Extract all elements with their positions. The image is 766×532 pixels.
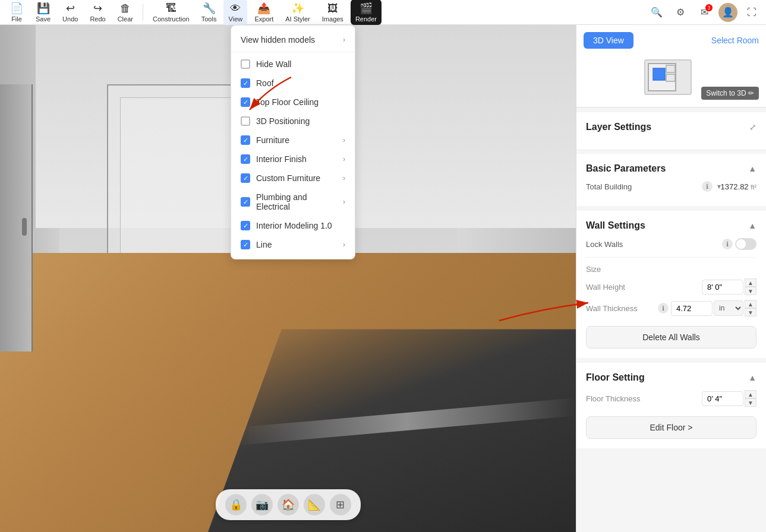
3d-view-tab[interactable]: 3D View xyxy=(584,32,633,49)
settings-icon-btn[interactable]: ⚙ xyxy=(671,3,690,22)
wall-height-down-btn[interactable]: ▼ xyxy=(745,287,756,295)
wall-thickness-unit-select[interactable]: in cm mm xyxy=(714,300,743,316)
view-hidden-models-item[interactable]: View hidden models › xyxy=(231,30,355,49)
svg-rect-2 xyxy=(666,65,675,72)
file-icon: 📄 xyxy=(10,2,23,15)
toolbar-undo-btn[interactable]: ↩ Undo xyxy=(58,0,83,25)
toolbar-save-btn[interactable]: 💾 Save xyxy=(31,0,55,25)
view-tabs: 3D View Select Room xyxy=(584,32,759,49)
plumbing-electrical-checkbox[interactable] xyxy=(241,197,250,207)
plumbing-electrical-label: Plumbing and Electrical xyxy=(256,192,343,211)
panel-top-section: 3D View Select Room Switch to 3D ✏ xyxy=(576,25,766,107)
hide-wall-label: Hide Wall xyxy=(256,59,345,69)
wall-height-up-btn[interactable]: ▲ xyxy=(745,278,756,287)
toolbar-construction-btn[interactable]: 🏗 Construction xyxy=(148,0,194,25)
menu-furniture[interactable]: Furniture › xyxy=(231,131,355,150)
ai-styler-icon: ✨ xyxy=(291,2,304,15)
3d-positioning-checkbox[interactable] xyxy=(241,116,250,126)
roof-checkbox[interactable] xyxy=(241,78,250,88)
grid-btn[interactable]: ⊞ xyxy=(330,494,351,515)
lock-walls-info-icon[interactable]: ℹ xyxy=(722,239,733,249)
toolbar-file-btn[interactable]: 📄 File xyxy=(5,0,29,25)
wall-thickness-input[interactable]: 4.72 xyxy=(671,301,713,316)
delete-all-walls-button[interactable]: Delete All Walls xyxy=(586,326,756,349)
clear-icon: 🗑 xyxy=(120,2,131,15)
select-room-button[interactable]: Select Room xyxy=(711,36,759,45)
toolbar-render-btn[interactable]: 🎬 Render xyxy=(351,0,382,25)
notification-icon-btn[interactable]: ✉ 3 xyxy=(695,3,714,22)
interior-finish-arrow-icon: › xyxy=(343,155,345,163)
wall-thickness-row: Wall Thickness ℹ 4.72 in cm mm ▲ ▼ xyxy=(586,300,756,316)
notification-badge: 3 xyxy=(705,4,713,11)
view-icon: 👁 xyxy=(230,2,241,15)
lock-walls-toggle[interactable] xyxy=(735,238,756,250)
separator-1 xyxy=(143,4,143,21)
menu-plumbing-electrical[interactable]: Plumbing and Electrical › xyxy=(231,188,355,216)
wall-thickness-up-btn[interactable]: ▲ xyxy=(745,300,756,308)
interior-finish-checkbox[interactable] xyxy=(241,154,250,164)
search-icon-btn[interactable]: 🔍 xyxy=(647,3,666,22)
toolbar-ai-styler-btn[interactable]: ✨ AI Styler xyxy=(280,0,315,25)
edit-floor-button[interactable]: Edit Floor > xyxy=(586,416,756,439)
fullscreen-icon-btn[interactable]: ⛶ xyxy=(742,3,761,22)
plumbing-electrical-arrow-icon: › xyxy=(343,198,345,206)
menu-3d-positioning[interactable]: 3D Positioning xyxy=(231,112,355,131)
wall-thickness-input-group: 4.72 in cm mm ▲ ▼ xyxy=(671,300,756,316)
home-btn[interactable]: 🏠 xyxy=(278,494,299,515)
tools-icon: 🔧 xyxy=(203,2,216,15)
menu-roof[interactable]: Roof xyxy=(231,74,355,93)
toolbar-construction-label: Construction xyxy=(153,15,190,23)
toolbar-export-btn[interactable]: 📤 Export xyxy=(250,0,278,25)
size-label: Size xyxy=(586,265,756,274)
floor-thickness-input-group: 0' 4" ▲ ▼ xyxy=(702,390,756,407)
wall-height-input[interactable]: 8' 0" xyxy=(702,280,743,294)
total-building-value: 1372.82 ft² xyxy=(721,182,756,191)
toolbar-right-section: 🔍 ⚙ ✉ 3 👤 ⛶ xyxy=(647,3,761,22)
floor-plan-thumbnail[interactable] xyxy=(644,59,692,95)
menu-interior-modeling[interactable]: Interior Modeling 1.0 xyxy=(231,216,355,235)
switch-to-3d-button[interactable]: Switch to 3D ✏ xyxy=(701,87,759,100)
top-floor-ceiling-checkbox[interactable] xyxy=(241,97,250,107)
menu-hide-wall[interactable]: Hide Wall xyxy=(231,55,355,74)
camera-btn[interactable]: 📷 xyxy=(251,494,273,515)
line-arrow-icon: › xyxy=(343,240,345,249)
toolbar-tools-btn[interactable]: 🔧 Tools xyxy=(197,0,222,25)
menu-line[interactable]: Line › xyxy=(231,235,355,254)
avatar[interactable]: 👤 xyxy=(718,3,737,22)
floor-thickness-input[interactable]: 0' 4" xyxy=(702,391,743,406)
toolbar-images-btn[interactable]: 🖼 Images xyxy=(317,0,348,25)
3d-positioning-label: 3D Positioning xyxy=(256,116,345,126)
ruler-btn[interactable]: 📐 xyxy=(304,494,325,515)
svg-rect-3 xyxy=(666,74,675,81)
floor-thickness-stepper: ▲ ▼ xyxy=(745,390,756,407)
basic-params-collapse-icon[interactable]: ▲ xyxy=(748,164,756,173)
wall-height-label: Wall Height xyxy=(586,283,702,292)
hide-wall-checkbox[interactable] xyxy=(241,59,250,69)
floor-thickness-down-btn[interactable]: ▼ xyxy=(745,398,756,407)
save-icon: 💾 xyxy=(37,2,50,15)
floor-thickness-up-btn[interactable]: ▲ xyxy=(745,390,756,398)
interior-modeling-checkbox[interactable] xyxy=(241,221,250,230)
menu-interior-finish[interactable]: Interior Finish › xyxy=(231,150,355,169)
export-icon: 📤 xyxy=(257,2,270,15)
wall-settings-collapse-icon[interactable]: ▲ xyxy=(748,221,756,230)
wall-thickness-info-icon[interactable]: ℹ xyxy=(658,303,669,314)
menu-custom-furniture[interactable]: Custom Furniture › xyxy=(231,169,355,188)
floor-setting-collapse-icon[interactable]: ▲ xyxy=(748,373,756,382)
line-checkbox[interactable] xyxy=(241,240,250,249)
interior-finish-label: Interior Finish xyxy=(256,154,343,164)
toolbar-undo-label: Undo xyxy=(62,15,78,23)
furniture-checkbox[interactable] xyxy=(241,135,250,145)
wall-thickness-down-btn[interactable]: ▼ xyxy=(745,308,756,316)
layer-settings-section: Layer Settings ⤢ xyxy=(576,112,766,149)
wall-settings-title-row: Wall Settings ▲ xyxy=(586,220,756,231)
layer-settings-title-row: Layer Settings ⤢ xyxy=(586,122,756,132)
toolbar-clear-btn[interactable]: 🗑 Clear xyxy=(113,0,138,25)
toolbar-view-btn[interactable]: 👁 View xyxy=(223,0,247,25)
custom-furniture-checkbox[interactable] xyxy=(241,173,250,183)
toolbar-redo-btn[interactable]: ↪ Redo xyxy=(85,0,110,25)
lock-btn[interactable]: 🔒 xyxy=(225,494,247,515)
layer-settings-expand-icon[interactable]: ⤢ xyxy=(749,122,756,132)
menu-top-floor-ceiling[interactable]: Top Floor Ceiling xyxy=(231,93,355,112)
total-building-info-icon[interactable]: ℹ xyxy=(702,181,713,192)
